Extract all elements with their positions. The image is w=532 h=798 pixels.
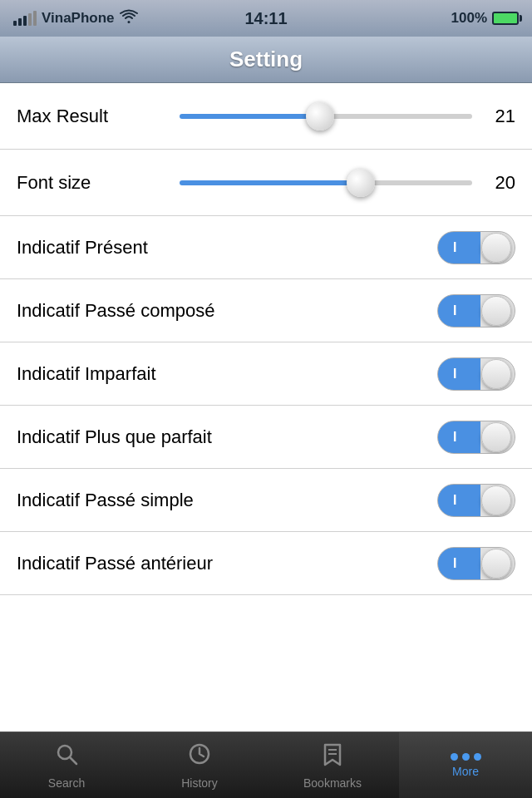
- toggle-on-text: I: [453, 303, 456, 318]
- battery-percent: 100%: [451, 10, 487, 27]
- toggle-knob-1: [481, 296, 511, 326]
- dot-2: [462, 753, 470, 761]
- toggle-indicatif-passe-simple[interactable]: I: [437, 484, 515, 517]
- more-icon: [451, 753, 481, 761]
- signal-bars: [13, 11, 37, 26]
- toggle-indicatif-passe-anterieur[interactable]: I: [437, 547, 515, 580]
- tab-more[interactable]: More: [399, 732, 532, 798]
- font-size-label: Font size: [17, 172, 166, 194]
- search-icon: [54, 741, 79, 772]
- toggle-row-2: Indicatif Imparfait I: [0, 342, 532, 406]
- max-result-row: Max Result 21: [0, 83, 532, 150]
- toggle-label-3: Indicatif Plus que parfait: [17, 426, 212, 448]
- nav-bar: Setting: [0, 37, 532, 83]
- tab-history-label: History: [181, 776, 218, 790]
- tab-bookmarks-label: Bookmarks: [303, 776, 362, 790]
- tab-more-label: More: [452, 765, 479, 778]
- max-result-label: Max Result: [17, 106, 166, 127]
- svg-line-1: [70, 757, 76, 764]
- battery-icon: [492, 12, 519, 25]
- toggle-knob-2: [481, 359, 511, 389]
- toggle-on-text: I: [453, 430, 456, 445]
- toggle-knob-3: [481, 422, 511, 452]
- toggle-row-4: Indicatif Passé simple I: [0, 469, 532, 532]
- toggle-indicatif-plus-parfait[interactable]: I: [437, 421, 515, 454]
- toggle-label-0: Indicatif Présent: [17, 237, 148, 259]
- tab-bar: Search History Bookmarks: [0, 732, 532, 798]
- history-icon: [187, 741, 212, 772]
- toggle-label-1: Indicatif Passé composé: [17, 300, 214, 322]
- toggle-row-5: Indicatif Passé antérieur I: [0, 532, 532, 595]
- toggle-label-5: Indicatif Passé antérieur: [17, 553, 213, 574]
- status-right: 100%: [451, 10, 519, 27]
- toggle-indicatif-passe-compose[interactable]: I: [437, 294, 515, 328]
- max-result-slider[interactable]: [180, 114, 472, 119]
- toggle-on-text: I: [453, 240, 456, 255]
- toggle-row-3: Indicatif Plus que parfait I: [0, 406, 532, 469]
- dot-3: [474, 753, 481, 761]
- status-bar: VinaPhone 14:11 100%: [0, 0, 532, 37]
- dot-1: [451, 753, 458, 761]
- wifi-icon: [120, 9, 138, 28]
- tab-search[interactable]: Search: [0, 732, 133, 798]
- toggle-indicatif-present[interactable]: I: [437, 231, 515, 264]
- time-display: 14:11: [244, 9, 287, 28]
- toggle-row-1: Indicatif Passé composé I: [0, 279, 532, 342]
- font-size-slider[interactable]: [180, 180, 472, 185]
- toggle-on-text: I: [453, 367, 456, 382]
- toggle-indicatif-imparfait[interactable]: I: [437, 357, 515, 391]
- toggle-knob-4: [481, 485, 511, 515]
- carrier-name: VinaPhone: [42, 10, 115, 27]
- toggle-knob-5: [481, 549, 511, 579]
- toggle-on-text: I: [453, 556, 456, 571]
- bookmarks-icon: [320, 741, 345, 772]
- settings-content: Max Result 21 Font size 20 Indicatif Pré…: [0, 83, 532, 732]
- font-size-value: 20: [485, 172, 515, 194]
- toggle-knob-0: [481, 233, 511, 263]
- max-result-value: 21: [485, 106, 515, 127]
- toggle-label-2: Indicatif Imparfait: [17, 363, 156, 385]
- tab-history[interactable]: History: [133, 732, 266, 798]
- status-left: VinaPhone: [13, 9, 138, 28]
- tab-bookmarks[interactable]: Bookmarks: [266, 732, 399, 798]
- toggle-on-text: I: [453, 493, 456, 508]
- font-size-row: Font size 20: [0, 150, 532, 216]
- tab-search-label: Search: [48, 776, 85, 790]
- toggle-row-0: Indicatif Présent I: [0, 216, 532, 279]
- page-title: Setting: [229, 47, 303, 72]
- toggle-label-4: Indicatif Passé simple: [17, 490, 194, 511]
